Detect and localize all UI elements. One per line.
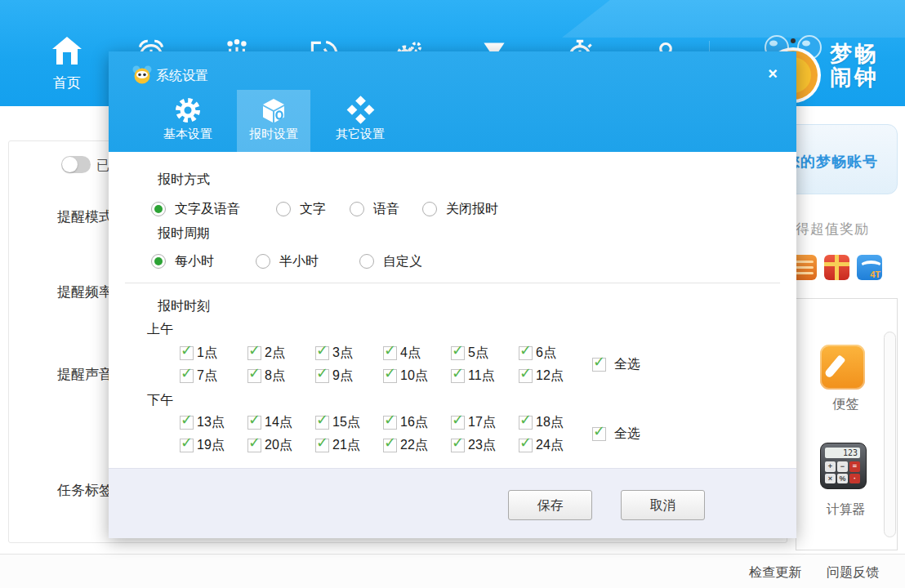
calculator-icon[interactable]: 123 +−=×%· — [820, 443, 867, 489]
radio-text-and-voice[interactable]: 文字及语音 — [151, 201, 240, 217]
radio-dot — [422, 202, 437, 216]
checkbox-hour-3[interactable]: 3点 — [315, 345, 383, 362]
checkbox — [451, 369, 465, 383]
save-button[interactable]: 保存 — [508, 490, 592, 520]
promo-4t-icon[interactable]: 4T — [857, 255, 882, 280]
dialog-close-icon[interactable]: × — [762, 63, 783, 84]
check-update-link[interactable]: 检查更新 — [749, 564, 801, 581]
checkbox-hour-14[interactable]: 14点 — [247, 414, 315, 431]
radio-label: 半小时 — [279, 253, 319, 270]
checkbox-hour-23[interactable]: 23点 — [451, 437, 519, 454]
checkbox — [180, 416, 194, 430]
checkbox-label: 14点 — [265, 414, 292, 431]
checkbox-label: 19点 — [197, 437, 225, 454]
pm-select-all[interactable]: 全选 — [592, 425, 640, 443]
diamonds-icon — [323, 96, 397, 125]
dialog-footer: 保存 取消 — [109, 468, 796, 538]
checkbox — [592, 427, 606, 441]
am-row1: 1点 2点 3点 4点 5点 6点 — [180, 345, 586, 362]
checkbox-label: 13点 — [197, 414, 225, 431]
radio-label: 文字及语音 — [175, 201, 240, 218]
checkbox-hour-8[interactable]: 8点 — [247, 368, 315, 385]
pm-label: 下午 — [147, 392, 173, 409]
radio-dot — [151, 254, 166, 269]
checkbox-label: 6点 — [536, 345, 556, 362]
pm-row1: 13点 14点 15点 16点 17点 18点 — [180, 414, 586, 431]
checkbox — [383, 369, 397, 383]
radio-dot — [276, 202, 291, 216]
radio-custom[interactable]: 自定义 — [359, 253, 422, 270]
checkbox — [383, 416, 397, 430]
nav-item-home[interactable]: 首页 — [41, 34, 93, 100]
radio-voice[interactable]: 语音 — [350, 201, 399, 217]
checkbox-hour-5[interactable]: 5点 — [451, 345, 519, 362]
checkbox-hour-17[interactable]: 17点 — [451, 414, 519, 431]
checkbox-hour-7[interactable]: 7点 — [180, 368, 247, 385]
checkbox — [451, 416, 465, 430]
am-select-all[interactable]: 全选 — [592, 356, 640, 373]
checkbox-hour-2[interactable]: 2点 — [247, 345, 315, 362]
am-label: 上午 — [147, 321, 173, 338]
checkbox-hour-21[interactable]: 21点 — [315, 437, 383, 454]
section-divider — [125, 283, 780, 283]
checkbox — [180, 346, 194, 360]
checkbox-hour-15[interactable]: 15点 — [315, 414, 383, 431]
checkbox — [519, 439, 533, 452]
gift-icon[interactable] — [824, 255, 849, 280]
checkbox-label: 11点 — [468, 368, 495, 385]
checkbox — [315, 369, 329, 383]
checkbox-label: 1点 — [197, 345, 217, 362]
radio-label: 每小时 — [175, 253, 214, 270]
checkbox-hour-18[interactable]: 18点 — [519, 414, 586, 431]
select-all-label: 全选 — [614, 425, 640, 443]
radio-dot — [350, 202, 364, 216]
radio-every-hour[interactable]: 每小时 — [151, 253, 214, 270]
tab-other-settings[interactable]: 其它设置 — [323, 90, 397, 152]
note-label: 便签 — [796, 396, 896, 413]
checkbox-hour-12[interactable]: 12点 — [519, 368, 586, 385]
checkbox — [519, 369, 533, 383]
tab-basic-label: 基本设置 — [151, 127, 225, 142]
checkbox-label: 9点 — [332, 368, 353, 385]
label-remind-frequency: 提醒频率 — [57, 283, 113, 301]
dialog-alarm-mascot-icon — [132, 64, 153, 88]
checkbox-hour-9[interactable]: 9点 — [315, 368, 383, 385]
app-window: 首页 注册 登录 — [0, 0, 905, 588]
checkbox-hour-11[interactable]: 11点 — [451, 368, 519, 385]
cancel-button[interactable]: 取消 — [621, 490, 705, 520]
right-scrollbar[interactable] — [884, 332, 896, 537]
promo-4t-badge: 4T — [870, 270, 880, 279]
checkbox — [315, 439, 329, 452]
radio-announce-off[interactable]: 关闭报时 — [422, 201, 498, 217]
radio-half-hour[interactable]: 半小时 — [256, 253, 319, 270]
note-icon[interactable] — [820, 345, 865, 390]
tab-basic-settings[interactable]: 基本设置 — [151, 90, 225, 152]
checkbox-hour-1[interactable]: 1点 — [180, 345, 247, 362]
checkbox — [315, 346, 329, 360]
dialog-title: 系统设置 — [156, 68, 208, 85]
checkbox-hour-19[interactable]: 19点 — [180, 437, 247, 454]
checkbox-label: 17点 — [468, 414, 496, 431]
radio-text[interactable]: 文字 — [276, 201, 326, 217]
checkbox — [180, 439, 194, 452]
checkbox-hour-4[interactable]: 4点 — [383, 345, 451, 362]
checkbox-label: 10点 — [400, 368, 428, 385]
mute-toggle[interactable] — [61, 156, 91, 173]
radio-dot — [256, 254, 270, 269]
checkbox-hour-6[interactable]: 6点 — [519, 345, 586, 362]
checkbox-hour-22[interactable]: 22点 — [383, 437, 451, 454]
checkbox-hour-16[interactable]: 16点 — [383, 414, 451, 431]
checkbox-hour-20[interactable]: 20点 — [247, 437, 315, 454]
header-sheen — [562, 0, 905, 38]
checkbox — [519, 346, 533, 360]
feedback-link[interactable]: 问题反馈 — [827, 564, 879, 581]
announce-cycle-label: 报时周期 — [158, 225, 210, 243]
calculator-screen: 123 — [825, 448, 860, 458]
checkbox-hour-10[interactable]: 10点 — [383, 368, 451, 385]
checkbox-hour-13[interactable]: 13点 — [180, 414, 247, 431]
checkbox-hour-24[interactable]: 24点 — [519, 437, 586, 454]
tab-announce-settings[interactable]: 报时设置 — [237, 90, 310, 152]
pm-row2: 19点 20点 21点 22点 23点 24点 — [180, 437, 586, 454]
label-task-tag: 任务标签 — [57, 481, 113, 500]
announce-mode-label: 报时方式 — [158, 172, 210, 189]
